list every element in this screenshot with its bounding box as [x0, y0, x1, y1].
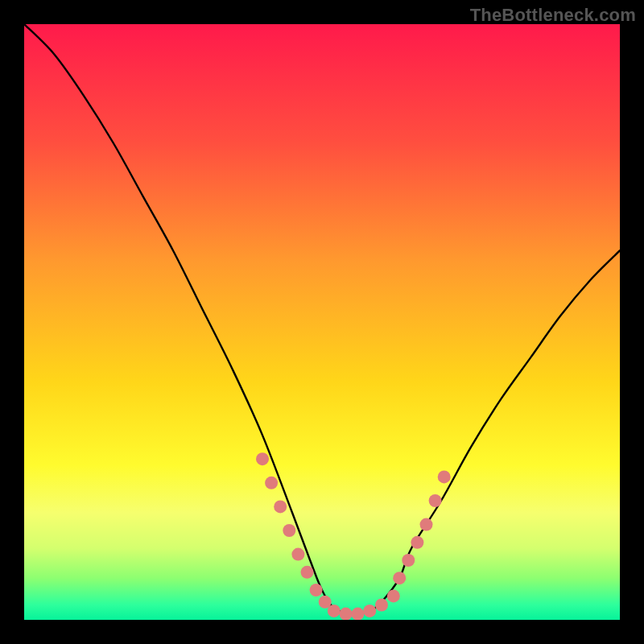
curve-marker	[429, 494, 442, 507]
plot-area	[24, 24, 620, 620]
curve-marker	[438, 470, 451, 483]
curve-marker	[291, 548, 304, 561]
curve-marker	[328, 605, 341, 617]
chart-background	[24, 24, 620, 620]
chart-svg	[24, 24, 620, 620]
curve-marker	[387, 589, 400, 602]
curve-marker	[340, 608, 353, 620]
curve-marker	[283, 524, 295, 537]
curve-marker	[265, 477, 278, 489]
curve-marker	[420, 518, 433, 531]
attribution-watermark: TheBottleneck.com	[470, 5, 636, 26]
curve-marker	[393, 572, 406, 584]
curve-marker	[375, 599, 388, 612]
curve-marker	[274, 500, 287, 513]
chart-frame: TheBottleneck.com	[0, 0, 644, 644]
curve-marker	[363, 605, 376, 617]
curve-marker	[310, 584, 323, 597]
curve-marker	[256, 452, 269, 465]
curve-marker	[402, 554, 415, 567]
curve-marker	[411, 536, 423, 549]
curve-marker	[351, 608, 364, 620]
curve-marker	[301, 566, 314, 579]
